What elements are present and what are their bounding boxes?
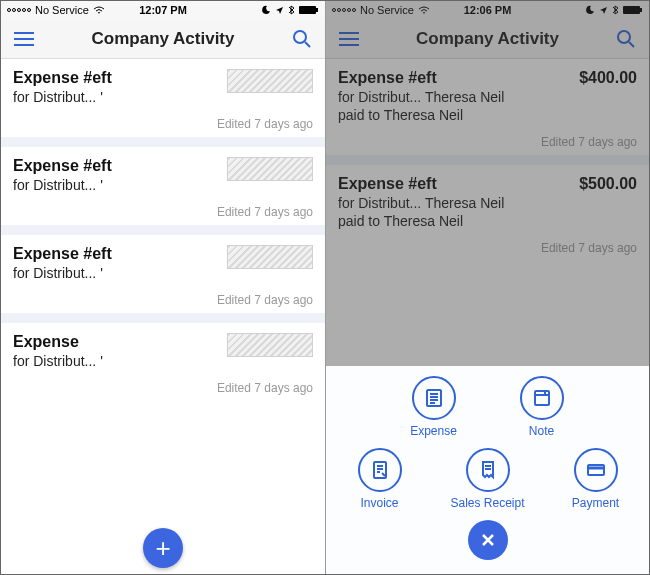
svg-point-2 bbox=[294, 31, 306, 43]
wifi-icon bbox=[93, 6, 105, 15]
amount-placeholder bbox=[227, 157, 313, 181]
expense-subtitle: for Distribut... ' bbox=[13, 177, 112, 193]
expense-title: Expense #eft bbox=[13, 245, 112, 263]
edited-label: Edited 7 days ago bbox=[13, 381, 313, 395]
screen-right: No Service 12:06 PM Company Activity bbox=[325, 1, 649, 574]
status-bar: No Service 12:07 PM bbox=[1, 1, 325, 19]
plus-icon: + bbox=[155, 535, 170, 561]
sheet-item-sales-receipt[interactable]: Sales Receipt bbox=[446, 448, 530, 510]
list-item[interactable]: Expense #eft for Distribut... ' Edited 7… bbox=[1, 147, 325, 225]
moon-icon bbox=[261, 5, 271, 15]
invoice-icon bbox=[369, 459, 391, 481]
bluetooth-icon bbox=[288, 5, 295, 15]
clock-label: 12:07 PM bbox=[139, 4, 187, 16]
search-icon bbox=[292, 29, 312, 49]
screen-left: No Service 12:07 PM Company Activity bbox=[1, 1, 325, 574]
edited-label: Edited 7 days ago bbox=[13, 117, 313, 131]
expense-icon bbox=[423, 387, 445, 409]
list-separator bbox=[1, 225, 325, 235]
sheet-item-expense[interactable]: Expense bbox=[392, 376, 476, 438]
close-icon bbox=[480, 532, 496, 548]
amount-placeholder bbox=[227, 69, 313, 93]
signal-dots-icon bbox=[7, 8, 31, 12]
receipt-icon bbox=[477, 459, 499, 481]
carrier-label: No Service bbox=[35, 4, 89, 16]
menu-button[interactable] bbox=[11, 26, 37, 52]
sheet-label: Invoice bbox=[360, 496, 398, 510]
list-item[interactable]: Expense #eft for Distribut... ' Edited 7… bbox=[1, 59, 325, 137]
page-title: Company Activity bbox=[92, 29, 235, 49]
note-icon bbox=[531, 387, 553, 409]
location-icon bbox=[275, 6, 284, 15]
sheet-item-payment[interactable]: Payment bbox=[554, 448, 638, 510]
amount-placeholder bbox=[227, 245, 313, 269]
expense-title: Expense bbox=[13, 333, 103, 351]
battery-icon bbox=[299, 5, 319, 15]
list-item[interactable]: Expense #eft for Distribut... ' Edited 7… bbox=[1, 235, 325, 313]
expense-title: Expense #eft bbox=[13, 157, 112, 175]
expense-subtitle: for Distribut... ' bbox=[13, 89, 112, 105]
edited-label: Edited 7 days ago bbox=[13, 205, 313, 219]
expense-subtitle: for Distribut... ' bbox=[13, 353, 103, 369]
sheet-label: Note bbox=[529, 424, 554, 438]
amount-placeholder bbox=[227, 333, 313, 357]
hamburger-icon bbox=[13, 31, 35, 47]
search-button[interactable] bbox=[289, 26, 315, 52]
sheet-label: Expense bbox=[410, 424, 457, 438]
list-item[interactable]: Expense for Distribut... ' Edited 7 days… bbox=[1, 323, 325, 401]
sheet-item-note[interactable]: Note bbox=[500, 376, 584, 438]
sheet-label: Payment bbox=[572, 496, 619, 510]
svg-rect-1 bbox=[316, 8, 318, 12]
close-sheet-button[interactable] bbox=[468, 520, 508, 560]
action-sheet: Expense Note Invoice Sales Receipt bbox=[326, 366, 649, 574]
expense-title: Expense #eft bbox=[13, 69, 112, 87]
sheet-item-invoice[interactable]: Invoice bbox=[338, 448, 422, 510]
payment-icon bbox=[585, 459, 607, 481]
list-separator bbox=[1, 137, 325, 147]
svg-rect-0 bbox=[299, 6, 316, 14]
edited-label: Edited 7 days ago bbox=[13, 293, 313, 307]
svg-rect-7 bbox=[535, 391, 549, 405]
expense-subtitle: for Distribut... ' bbox=[13, 265, 112, 281]
activity-list[interactable]: Expense #eft for Distribut... ' Edited 7… bbox=[1, 59, 325, 574]
nav-bar: Company Activity bbox=[1, 19, 325, 59]
add-button[interactable]: + bbox=[143, 528, 183, 568]
list-separator bbox=[1, 313, 325, 323]
sheet-label: Sales Receipt bbox=[450, 496, 524, 510]
